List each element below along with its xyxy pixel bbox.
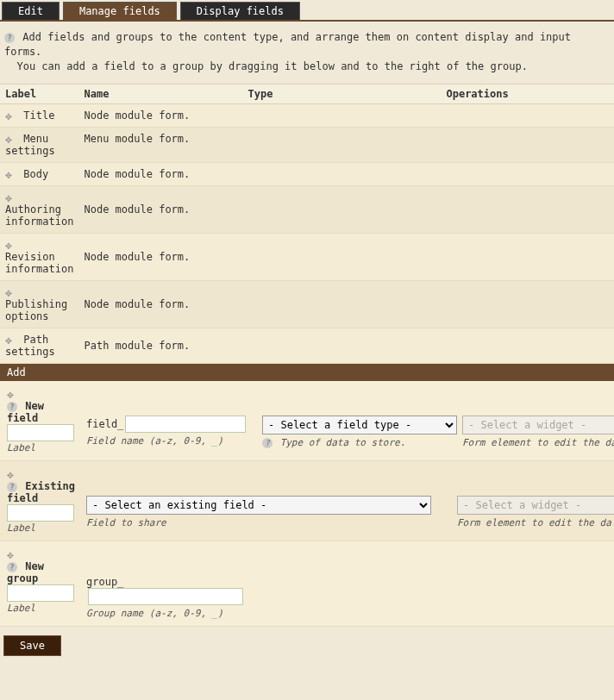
new-group-label-hint: Label: [7, 603, 35, 614]
table-row: ✥Publishing options Node module form.: [0, 281, 614, 328]
table-row: ✥ Path settings Path module form.: [0, 328, 614, 364]
new-field-widget-select[interactable]: - Select a widget -: [462, 416, 614, 434]
help-text: ? Add fields and groups to the content t…: [0, 22, 614, 84]
field-prefix: field_: [86, 418, 123, 430]
group-prefix: group_: [86, 576, 123, 588]
existing-field-select-hint: Field to share: [86, 517, 452, 528]
new-field-label-input[interactable]: [7, 424, 74, 441]
drag-icon[interactable]: ✥: [5, 133, 17, 145]
help-line1: Add fields and groups to the content typ…: [4, 31, 571, 58]
row-label: Authoring information: [5, 203, 73, 228]
row-name: Node module form.: [78, 163, 242, 186]
new-field-label-hint: Label: [7, 442, 35, 453]
new-field-widget-hint: Form element to edit the da: [462, 437, 614, 448]
row-name: Node module form.: [78, 104, 242, 128]
table-row: ✥ Menu settings Menu module form.: [0, 128, 614, 163]
existing-field-label-input[interactable]: [7, 504, 74, 522]
row-label: Publishing options: [5, 298, 67, 322]
help-icon[interactable]: ?: [7, 482, 17, 492]
tab-display-fields[interactable]: Display fields: [180, 2, 300, 20]
row-name: Path module form.: [78, 328, 242, 364]
new-field-type-hint: Type of data to store.: [280, 437, 406, 448]
drag-icon[interactable]: ✥: [5, 286, 17, 298]
drag-icon[interactable]: ✥: [5, 191, 17, 203]
col-operations: Operations: [441, 84, 614, 104]
new-field-type-select[interactable]: - Select a field type -: [262, 416, 457, 434]
new-field-name-input[interactable]: [125, 416, 246, 433]
fields-table: Label Name Type Operations ✥ Title Node …: [0, 84, 614, 364]
new-field-name-hint: Field name (a-z, 0-9, _): [86, 435, 257, 447]
row-name: Node module form.: [78, 281, 242, 328]
save-button[interactable]: Save: [3, 635, 61, 656]
existing-field-title: Existing field: [7, 480, 75, 504]
row-name: Node module form.: [78, 234, 242, 281]
new-group-section: ✥ ? New group Label group_ Group name (a…: [0, 541, 614, 627]
existing-field-label-hint: Label: [7, 522, 35, 534]
row-name: Node module form.: [78, 186, 242, 234]
new-group-name-hint: Group name (a-z, 0-9, _): [86, 608, 257, 619]
new-field-section: ✥ ? New field Label field_ Field name (a…: [0, 381, 614, 461]
col-label: Label: [0, 84, 78, 104]
help-icon[interactable]: ?: [7, 562, 17, 572]
tab-manage-fields[interactable]: Manage fields: [63, 2, 177, 20]
existing-field-section: ✥ ? Existing field Label - Select an exi…: [0, 461, 614, 541]
row-label: Revision information: [5, 251, 73, 275]
drag-icon[interactable]: ✥: [7, 468, 19, 480]
tab-edit[interactable]: Edit: [2, 2, 60, 20]
help-line2: You can add a field to a group by draggi…: [16, 60, 527, 72]
drag-icon[interactable]: ✥: [7, 388, 19, 400]
existing-field-widget-select[interactable]: - Select a widget -: [457, 496, 614, 515]
help-icon[interactable]: ?: [4, 33, 15, 43]
drag-icon[interactable]: ✥: [7, 548, 19, 560]
table-row: ✥ Body Node module form.: [0, 163, 614, 186]
drag-icon[interactable]: ✥: [5, 334, 17, 346]
col-name: Name: [78, 84, 242, 104]
row-label: Title: [23, 109, 54, 122]
row-label: Body: [23, 168, 48, 180]
table-row: ✥ Title Node module form.: [0, 104, 614, 128]
drag-icon[interactable]: ✥: [5, 168, 17, 180]
new-group-label-input[interactable]: [7, 584, 74, 602]
add-header: Add: [0, 364, 614, 381]
existing-field-select[interactable]: - Select an existing field -: [86, 496, 431, 515]
help-icon[interactable]: ?: [262, 438, 273, 448]
help-icon[interactable]: ?: [7, 402, 17, 412]
row-name: Menu module form.: [78, 128, 242, 163]
drag-icon[interactable]: ✥: [5, 239, 17, 251]
new-group-name-input[interactable]: [88, 588, 243, 605]
existing-field-widget-hint: Form element to edit the da: [457, 517, 614, 528]
table-row: ✥Revision information Node module form.: [0, 234, 614, 281]
drag-icon[interactable]: ✥: [5, 109, 17, 122]
col-type: Type: [242, 84, 441, 104]
table-row: ✥Authoring information Node module form.: [0, 186, 614, 234]
